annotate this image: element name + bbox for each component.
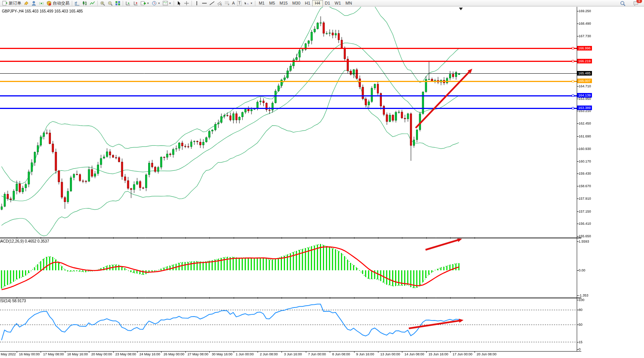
zoom-in-icon [100,1,105,6]
channel-tool[interactable]: E [216,0,223,6]
crosshair-tool-button[interactable] [183,0,190,6]
autotrade-label: 自动交易 [53,0,70,6]
chart-canvas[interactable] [0,0,644,358]
horizontal-line-tool[interactable] [201,0,208,6]
broadcast-icon [39,1,44,6]
clock-icon [152,1,157,6]
label-tool-icon: T [237,1,242,6]
vertical-line-icon [194,1,199,6]
styler-button[interactable] [22,0,30,6]
template-icon [163,1,168,6]
tab-timeframe-m15[interactable]: M15 [277,0,290,6]
horizontal-line-icon [202,1,207,6]
trendline-tool[interactable] [208,0,216,6]
autotrade-shield-icon [46,1,52,6]
tab-timeframe-m5[interactable]: M5 [267,0,277,6]
bar-chart-icon [74,1,80,6]
new-order-icon [2,1,8,6]
rsi-indicator-label: RSI(14) 58.9173 [0,299,26,303]
candle-chart-button[interactable] [81,0,89,6]
label-tool[interactable]: T [236,0,243,6]
mt4-window: { "toolbar": { "new_order_label": "新订单",… [0,0,644,358]
template-button[interactable]: ▼ [161,0,172,6]
line-chart-icon [90,1,95,6]
shapes-tool[interactable]: ▼ [243,0,254,6]
chat-button[interactable]: 1 [632,0,639,6]
paint-bucket-icon [24,1,29,6]
text-tool-icon: A [232,1,235,5]
tab-timeframe-m1[interactable]: M1 [256,0,267,6]
signals-button[interactable] [38,0,45,6]
autotrade-button[interactable]: 自动交易 [45,0,71,6]
tile-windows-button[interactable] [114,0,122,6]
toolbar-separator [191,1,192,6]
tab-timeframe-h1[interactable]: H1 [303,0,313,6]
svg-text:E: E [220,3,222,6]
chart-shift-button[interactable] [124,0,132,6]
tab-timeframe-h4[interactable]: H4 [313,0,323,6]
add-indicator-button[interactable]: ▼ [139,0,150,6]
chevron-down-icon: ▼ [250,2,253,5]
auto-scroll-button[interactable] [132,0,139,6]
chevron-down-icon: ▼ [169,2,171,5]
tab-timeframe-mn[interactable]: MN [343,0,354,6]
text-tool[interactable]: A [231,0,236,6]
candlestick-chart-icon [82,1,87,6]
toolbar: 新订单 自动交易 [0,0,644,6]
vertical-line-tool[interactable] [193,0,201,6]
auto-scroll-icon [133,1,138,6]
period-button[interactable]: ▼ [150,0,161,6]
profile-button[interactable] [30,0,38,6]
toolbar-separator [72,1,72,6]
line-chart-button[interactable] [89,0,96,6]
svg-text:F: F [228,3,229,6]
macd-indicator-label: MACD(12,26,9) 0.4652 0.3537 [0,239,49,243]
arrows-shapes-icon [244,1,249,6]
cursor-tool-button[interactable] [175,0,183,6]
zoom-in-button[interactable] [99,0,106,6]
fibonacci-tool[interactable]: F [223,0,231,6]
fibonacci-icon: F [225,1,230,6]
search-button[interactable] [619,0,627,6]
zoom-out-button[interactable] [106,0,114,6]
toolbar-separator [97,1,98,6]
chat-badge: 1 [636,0,642,3]
crosshair-icon [184,1,189,6]
new-order-label: 新订单 [9,0,21,6]
equidistant-channel-icon: E [217,1,222,6]
symbol-title: GBPJPY-,H4 165.403 165.499 165.403 165.4… [2,9,83,13]
chart-shift-icon [125,1,131,6]
toolbar-separator [123,1,123,6]
toolbar-separator [255,1,255,6]
new-order-button[interactable]: 新订单 [1,0,22,6]
zoom-out-icon [108,1,113,6]
toolbar-separator [174,1,174,6]
person-icon [31,1,36,6]
bar-chart-button[interactable] [73,0,81,6]
tab-timeframe-d1[interactable]: D1 [323,0,332,6]
add-indicator-icon [141,1,146,6]
tab-timeframe-w1[interactable]: W1 [332,0,343,6]
search-icon [620,1,625,6]
trendline-icon [209,1,215,6]
chevron-down-icon: ▼ [158,2,160,5]
chevron-down-icon: ▼ [147,2,149,5]
tile-windows-icon [115,1,120,6]
cursor-arrow-icon [176,1,182,6]
tab-timeframe-m30[interactable]: M30 [290,0,302,6]
